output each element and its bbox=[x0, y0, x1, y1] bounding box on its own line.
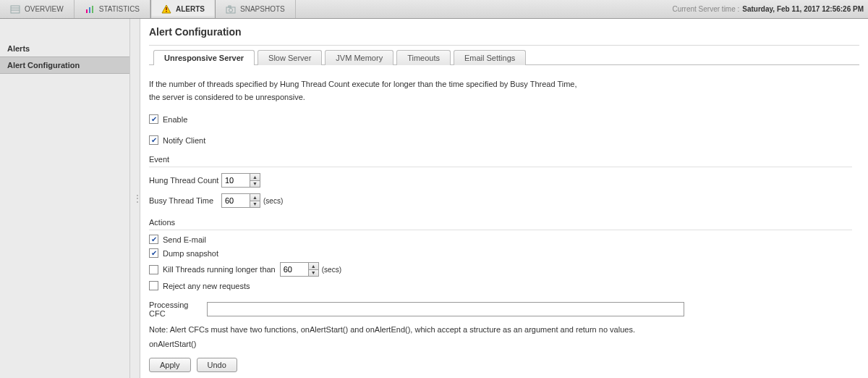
reject-requests-label: Reject any new requests bbox=[163, 282, 250, 290]
tabs: Unresponsive Server Slow Server JVM Memo… bbox=[153, 50, 859, 65]
nav-alerts-label: ALERTS bbox=[176, 5, 205, 13]
statistics-icon bbox=[85, 4, 95, 14]
enable-label: Enable bbox=[163, 115, 187, 124]
busy-thread-time-label: Busy Thread Time bbox=[149, 196, 221, 205]
svg-point-10 bbox=[229, 8, 233, 12]
nav-overview-label: OVERVIEW bbox=[25, 5, 64, 13]
hung-thread-count-input[interactable] bbox=[222, 174, 250, 187]
spinner-up-icon[interactable]: ▲ bbox=[250, 174, 260, 180]
nav-snapshots[interactable]: SNAPSHOTS bbox=[216, 0, 296, 18]
kill-threads-checkbox[interactable] bbox=[149, 265, 158, 274]
svg-rect-8 bbox=[166, 11, 166, 12]
description-line2: the server is considered to be unrespons… bbox=[149, 93, 852, 101]
svg-rect-5 bbox=[92, 6, 93, 13]
svg-rect-7 bbox=[166, 7, 166, 10]
nav-statistics-label: STATISTICS bbox=[99, 5, 140, 13]
spinner-down-icon[interactable]: ▼ bbox=[250, 180, 260, 188]
processing-cfc-label: Processing CFC bbox=[149, 301, 207, 318]
kill-threads-unit: (secs) bbox=[322, 266, 341, 274]
busy-thread-time-unit: (secs) bbox=[263, 197, 283, 205]
cfc-note: Note: Alert CFCs must have two functions… bbox=[149, 325, 852, 334]
notify-client-checkbox[interactable] bbox=[149, 135, 158, 145]
event-heading: Event bbox=[149, 155, 852, 164]
spinner-down-icon[interactable]: ▼ bbox=[250, 201, 260, 208]
kill-threads-input[interactable] bbox=[281, 263, 308, 276]
tab-jvm-memory[interactable]: JVM Memory bbox=[325, 50, 393, 65]
nav-statistics[interactable]: STATISTICS bbox=[75, 0, 150, 18]
dump-snapshot-checkbox[interactable] bbox=[149, 248, 158, 258]
tab-slow-server[interactable]: Slow Server bbox=[258, 50, 322, 65]
description-line1: If the number of threads specified by Hu… bbox=[149, 80, 852, 88]
apply-button[interactable]: Apply bbox=[149, 358, 191, 372]
sidebar-item-alerts[interactable]: Alerts bbox=[0, 41, 129, 56]
busy-thread-time-input[interactable] bbox=[222, 194, 250, 207]
kill-threads-spinner[interactable]: ▲ ▼ bbox=[280, 262, 319, 277]
svg-rect-0 bbox=[11, 6, 20, 13]
nav-overview[interactable]: OVERVIEW bbox=[0, 0, 75, 18]
top-nav: OVERVIEW STATISTICS ALERTS SNAPSHOTS Cur… bbox=[0, 0, 868, 19]
actions-heading: Actions bbox=[149, 218, 852, 227]
kill-threads-label: Kill Threads running longer than bbox=[163, 265, 276, 274]
page-title: Alert Configuration bbox=[149, 26, 859, 38]
svg-rect-3 bbox=[86, 9, 88, 13]
overview-icon bbox=[10, 4, 20, 14]
notify-client-label: Notify Client bbox=[163, 136, 205, 145]
server-time-label: Current Server time : bbox=[673, 5, 740, 13]
tab-timeouts[interactable]: Timeouts bbox=[396, 50, 451, 65]
nav-snapshots-label: SNAPSHOTS bbox=[240, 5, 285, 13]
dump-snapshot-label: Dump snapshot bbox=[163, 249, 218, 258]
spinner-down-icon[interactable]: ▼ bbox=[309, 269, 318, 277]
sidebar-item-alert-configuration[interactable]: Alert Configuration bbox=[0, 56, 129, 74]
server-time: Current Server time : Saturday, Feb 11, … bbox=[673, 0, 869, 18]
busy-thread-time-spinner[interactable]: ▲ ▼ bbox=[221, 193, 260, 208]
svg-rect-4 bbox=[89, 7, 90, 13]
server-time-value: Saturday, Feb 11, 2017 12:56:26 PM bbox=[742, 5, 864, 13]
main-panel: Alert Configuration Unresponsive Server … bbox=[140, 19, 868, 378]
send-email-checkbox[interactable] bbox=[149, 235, 158, 244]
reject-requests-checkbox[interactable] bbox=[149, 281, 158, 290]
nav-alerts[interactable]: ALERTS bbox=[150, 0, 216, 18]
sidebar: Alerts Alert Configuration bbox=[0, 19, 130, 378]
divider bbox=[149, 45, 859, 46]
undo-button[interactable]: Undo bbox=[197, 358, 237, 372]
alerts-icon bbox=[161, 4, 171, 14]
hung-thread-count-spinner[interactable]: ▲ ▼ bbox=[221, 173, 260, 188]
enable-checkbox[interactable] bbox=[149, 114, 158, 124]
tab-unresponsive-server[interactable]: Unresponsive Server bbox=[153, 50, 255, 65]
spinner-up-icon[interactable]: ▲ bbox=[309, 263, 318, 269]
send-email-label: Send E-mail bbox=[163, 235, 206, 244]
snapshots-icon bbox=[226, 4, 236, 14]
content-scroll[interactable]: If the number of threads specified by Hu… bbox=[149, 75, 856, 353]
splitter-handle[interactable] bbox=[130, 19, 140, 378]
hung-thread-count-label: Hung Thread Count bbox=[149, 176, 221, 185]
svg-rect-11 bbox=[229, 6, 231, 7]
spinner-up-icon[interactable]: ▲ bbox=[250, 194, 260, 201]
on-alert-start-label: onAlertStart() bbox=[149, 340, 852, 348]
tab-email-settings[interactable]: Email Settings bbox=[454, 50, 526, 65]
processing-cfc-input[interactable] bbox=[207, 302, 684, 316]
